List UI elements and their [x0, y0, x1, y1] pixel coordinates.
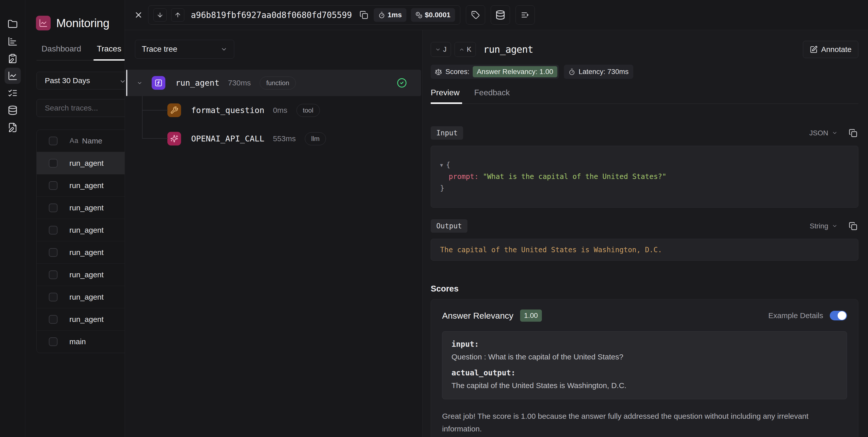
- llm-icon: [167, 132, 181, 145]
- pen-square-icon: [810, 46, 817, 54]
- row-checkbox[interactable]: [49, 315, 58, 324]
- tool-icon: [167, 104, 181, 117]
- scores-prefix: Scores:: [445, 68, 469, 76]
- output-format-select[interactable]: String: [810, 222, 828, 230]
- trace-name: run_agent: [69, 204, 103, 212]
- rail-item-bar-chart[interactable]: [8, 36, 18, 47]
- chevron-down-icon[interactable]: [832, 130, 838, 136]
- output-section-label: Output: [431, 219, 467, 233]
- success-check-icon: [397, 78, 407, 88]
- latency-value: Latency: 730ms: [579, 68, 629, 76]
- prev-trace-button[interactable]: [171, 8, 184, 22]
- json-line: prompt: "What is the capital of the Unit…: [440, 171, 849, 182]
- copy-trace-id-button[interactable]: [359, 10, 369, 20]
- row-checkbox[interactable]: [49, 181, 58, 190]
- example-details-toggle[interactable]: [830, 311, 847, 320]
- trace-name: run_agent: [69, 181, 103, 190]
- tree-guide-line: [142, 138, 168, 139]
- tree-view-value: Trace tree: [142, 45, 177, 54]
- rail-item-line-chart[interactable]: [5, 68, 21, 84]
- timer-icon: [568, 68, 575, 75]
- checklist-icon: [8, 88, 18, 98]
- input-section-label: Input: [431, 126, 463, 140]
- tree-span-row-root[interactable]: run_agent 730ms function: [126, 70, 421, 96]
- example-details-box: input: Question : What is the capital of…: [442, 331, 847, 399]
- rail-item-checklist[interactable]: [8, 88, 18, 98]
- annotate-button[interactable]: Annotate: [803, 41, 858, 58]
- select-all-checkbox[interactable]: [49, 137, 58, 145]
- tree-span-row[interactable]: OPENAI_API_CALL553msllm: [125, 124, 422, 153]
- clipboard-pen-icon: [8, 54, 18, 64]
- tab-traces[interactable]: Traces: [97, 44, 122, 60]
- next-trace-button[interactable]: [153, 8, 166, 22]
- next-span-shortcut-button[interactable]: J: [431, 42, 451, 57]
- json-line: }: [440, 182, 849, 194]
- trace-name: run_agent: [69, 293, 103, 301]
- example-details-label: Example Details: [768, 311, 823, 320]
- add-to-queue-button[interactable]: [516, 5, 535, 25]
- row-checkbox[interactable]: [49, 338, 58, 346]
- rail-item-file-pen[interactable]: [8, 122, 18, 133]
- row-checkbox[interactable]: [49, 204, 58, 212]
- latency-badge: Latency: 730ms: [564, 65, 633, 79]
- tree-span-row[interactable]: format_question0mstool: [125, 96, 422, 124]
- tab-preview[interactable]: Preview: [431, 88, 460, 104]
- copy-output-button[interactable]: [848, 221, 858, 231]
- output-text-block: The capital of the United States is Wash…: [431, 239, 858, 261]
- row-checkbox[interactable]: [49, 293, 58, 301]
- row-checkbox[interactable]: [49, 159, 58, 168]
- list-plus-icon: [521, 11, 529, 19]
- rail-item-clipboard-pen[interactable]: [8, 54, 18, 64]
- folder-icon: [8, 19, 18, 29]
- add-to-dataset-button[interactable]: [491, 5, 510, 25]
- shortcut-key: J: [443, 46, 447, 54]
- input-format-select[interactable]: JSON: [809, 129, 828, 137]
- database-icon: [495, 10, 505, 20]
- span-type-badge: tool: [297, 104, 320, 117]
- row-checkbox[interactable]: [49, 226, 58, 234]
- input-json-block: ▼{ prompt: "What is the capital of the U…: [431, 146, 858, 208]
- copy-input-button[interactable]: [848, 128, 858, 138]
- score-card: Answer Relevancy 1.00 Example Details in…: [431, 299, 858, 437]
- prev-span-shortcut-button[interactable]: K: [455, 42, 476, 57]
- copy-icon: [849, 129, 857, 137]
- scores-section-heading: Scores: [431, 284, 858, 294]
- duration-badge: 1ms: [374, 8, 406, 22]
- trace-tree-panel: Trace tree run_agent 730ms function form…: [125, 30, 423, 437]
- row-checkbox[interactable]: [49, 270, 58, 279]
- chevron-down-icon[interactable]: [832, 223, 838, 229]
- text-type-icon: Aa: [70, 137, 79, 145]
- close-icon: [134, 10, 143, 20]
- search-traces-input[interactable]: [45, 104, 128, 112]
- json-line: ▼{: [440, 159, 849, 171]
- rail-item-database[interactable]: [8, 105, 18, 115]
- example-output-label: actual_output:: [452, 368, 838, 377]
- trace-name: main: [69, 338, 86, 346]
- tree-guide-line: [142, 110, 168, 111]
- project-title: Monitoring: [56, 16, 110, 30]
- tree-children: format_question0mstoolOPENAI_API_CALL553…: [125, 96, 422, 153]
- app-rail: [0, 0, 25, 437]
- close-button[interactable]: [131, 7, 146, 23]
- detail-tabs: Preview Feedback: [431, 88, 858, 104]
- arrow-down-icon: [156, 11, 163, 19]
- rail-item-folder[interactable]: [8, 19, 18, 29]
- score-reason-text: Great job! The score is 1.00 because the…: [442, 410, 837, 435]
- scores-summary-badge: Scores: Answer Relevancy: 1.00: [431, 65, 559, 79]
- span-type-badge: llm: [305, 132, 326, 145]
- tab-dashboard[interactable]: Dashboard: [41, 44, 81, 60]
- span-name: OPENAI_API_CALL: [191, 134, 265, 143]
- selection-indicator: [126, 70, 127, 96]
- shortcut-key: K: [467, 46, 471, 54]
- tab-feedback[interactable]: Feedback: [474, 88, 510, 104]
- tags-button[interactable]: [466, 5, 485, 25]
- example-input-value: Question : What is the capital of the Un…: [452, 353, 838, 361]
- arrow-up-icon: [174, 11, 181, 19]
- toggle-knob: [838, 311, 846, 320]
- span-type-badge: function: [260, 77, 296, 89]
- row-checkbox[interactable]: [49, 248, 58, 257]
- collapse-chevron-icon[interactable]: [137, 80, 143, 86]
- database-icon: [8, 105, 18, 115]
- tree-view-select[interactable]: Trace tree: [135, 40, 234, 59]
- collapse-caret-icon[interactable]: ▼: [440, 162, 443, 168]
